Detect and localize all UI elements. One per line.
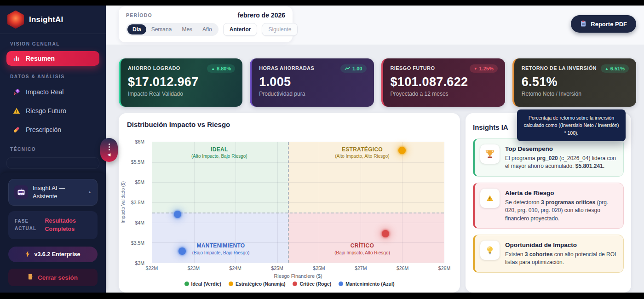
sidebar-header: InsightAI — [0, 6, 106, 34]
report-pdf-label: Reporte PDF — [591, 21, 627, 28]
legend-label: Estratégico (Naramja) — [236, 281, 286, 287]
brand-logo-icon — [7, 11, 24, 29]
scatter-plot: IDEAL(Alto Impacto, Bajo Riesgo)ESTRATÉG… — [152, 142, 444, 263]
next-button[interactable]: Siguiente — [262, 23, 298, 36]
kpi-badge: ▲8.80% — [207, 64, 235, 73]
kpi-label: AHORRO LOGRADO — [128, 64, 180, 71]
y-axis-ticks: $6M$5.5M$5M$3.5M$4M$3.5M$3M — [119, 142, 148, 263]
quadrant-label-estrat-gico: ESTRATÉGICO(Alto Impacto, Alto Riesgo) — [335, 146, 389, 160]
y-tick-label: $4M — [135, 220, 144, 225]
insight-text: Existen 3 cohortes con alto potencial de… — [505, 251, 618, 267]
kpi-label: RIESGO FUTURO — [391, 64, 435, 71]
kpi-badge: ▼1.25% — [470, 64, 498, 73]
previous-button[interactable]: Anterior — [223, 23, 258, 36]
sidebar-bottom-panel: Insight AI — Asistente ▲ FASE ACTUAL Res… — [0, 172, 106, 293]
period-value: febrero de 2026 — [238, 12, 286, 19]
period-card: PERÍODO febrero de 2026 DiaSemanaMesAfio… — [119, 6, 293, 42]
arrow-up-icon: ▲ — [605, 67, 609, 71]
legend-label: Ideal (Verdic) — [191, 281, 221, 287]
insight-card-alerta-de-riesgo: Alerta de RiesgoSe detectoron 3 programa… — [473, 183, 624, 229]
insight-text: El programa prg_020 (c_2026_04) lidera c… — [505, 155, 618, 171]
sidebar-collapse-handle[interactable]: ◀ — [100, 138, 118, 162]
x-tick-label: $27M — [355, 265, 367, 271]
data-point-estrat-gico-naramja[interactable] — [398, 147, 406, 154]
logout-button[interactable]: Cerrar sesión — [8, 269, 98, 286]
kpi-sublabel: Proyectado a 12 meses — [391, 91, 498, 97]
clipboard-icon — [580, 20, 586, 28]
quadrant-name: ESTRATÉGICO — [335, 146, 389, 153]
quadrant-name: MANTENIMIENTO — [192, 242, 250, 249]
arrow-up-icon: ▲ — [211, 67, 215, 71]
insight-title: Alerta de Riesgo — [505, 190, 618, 196]
assistant-label: Insight AI — Asistente — [33, 184, 83, 200]
data-point-mantenimiento-azul[interactable] — [178, 247, 186, 255]
assistant-card[interactable]: Insight AI — Asistente ▲ — [8, 179, 98, 205]
legend-dot-icon — [229, 282, 233, 286]
period-tabs: DiaSemanaMesAfio — [126, 23, 218, 36]
section-label-datos-analisis: DATOS & ANÁLISIS — [10, 74, 96, 79]
version-label: v3.6.2 Enterprise — [34, 251, 80, 258]
app-frame: InsightAI VISION GENERAL Resumen DATOS &… — [0, 6, 644, 293]
arrow-down-icon: ▼ — [474, 67, 477, 71]
door-icon — [28, 274, 33, 281]
data-point-mantenimiento-azul[interactable] — [174, 211, 181, 218]
insight-card-top-desempe-o: Top DesempeñoEl programa prg_020 (c_2026… — [473, 138, 624, 177]
logout-label: Cerrar sesión — [38, 274, 78, 281]
quadrant-subtitle: (Alto Impacto, Alto Riesgo) — [335, 153, 389, 160]
section-label-vision-general: VISION GENERAL — [10, 41, 96, 46]
x-tick-label: $23M — [188, 265, 200, 271]
brand-name: InsightAI — [29, 15, 63, 24]
legend-item-critice-roge: Critice (Roge) — [293, 281, 331, 287]
legend-item-ideal-verdic: Ideal (Verdic) — [184, 281, 221, 287]
y-tick-label: $5.5M — [131, 159, 144, 165]
period-label: PERÍODO — [126, 12, 152, 18]
insight-title: Oportunidad de Impacto — [505, 242, 618, 248]
kpi-badge-value: 6.51% — [610, 66, 625, 71]
fase-card: FASE ACTUAL Resultados Completos — [8, 211, 98, 240]
period-tab-semana[interactable]: Semana — [146, 24, 177, 34]
robot-icon — [14, 185, 28, 199]
x-tick-label: $25M — [313, 265, 325, 271]
chart-legend: Ideal (Verdic)Estratégico (Naramja)Criti… — [119, 281, 460, 287]
period-tab-dia[interactable]: Dia — [127, 24, 146, 34]
kpi-value: $101.087.622 — [391, 75, 498, 89]
x-axis-label: Riesgo Financiere ($) — [152, 273, 444, 279]
pill-icon — [12, 126, 20, 134]
y-tick-label: $3M — [135, 260, 144, 266]
legend-item-estrat-gico-naramja: Estratégico (Naramja) — [229, 281, 286, 287]
sidebar-nav-items: Impacto RealRiesgo FuturoPrescripción — [0, 83, 106, 139]
x-tick-label: $26M — [438, 265, 450, 271]
kpi-card-riesgo-futuro: RIESGO FUTURO▼1.25%$101.087.622Proyectad… — [381, 58, 505, 107]
sidebar-item-prescripci-n[interactable]: Prescripción — [6, 121, 99, 139]
gridline-horizontal — [152, 223, 444, 223]
sidebar-item-impacto-real[interactable]: Impacto Real — [6, 83, 99, 102]
sidebar-item-label: Impacto Real — [26, 88, 63, 96]
kpi-card-ahorro-logrado: AHORRO LOGRADO▲8.80%$17.012.967Impacto R… — [119, 58, 242, 107]
sidebar-item-riesgo-futuro[interactable]: Riesgo Futuro — [6, 102, 99, 121]
fase-label: FASE ACTUAL — [15, 218, 37, 232]
sidebar-item-resumen[interactable]: Resumen — [6, 51, 99, 66]
quadrant-label-cr-tico: CRÍTICO(Bajo Impscto, Alto Riesgo) — [334, 242, 390, 256]
kpi-badge-value: 8.80% — [217, 66, 231, 71]
y-tick-label: $6M — [135, 139, 144, 144]
report-pdf-button[interactable]: Reporte PDF — [571, 15, 636, 33]
kpi-card-horas-ahorradas: HORAS AHORRADAS1.001.005Productividad pu… — [250, 58, 374, 107]
kpi-sublabel: Productividad pura — [259, 91, 366, 97]
legend-dot-icon — [339, 282, 343, 286]
fase-value: Resultados Completos — [45, 217, 92, 234]
insight-text: Se detectoron 3 programas oritices (prg.… — [505, 199, 618, 223]
x-tick-label: $22M — [146, 265, 158, 271]
kpi-label: RETORNO DE LA INVERSIÓN — [522, 64, 597, 71]
kpi-badge: 1.00 — [340, 64, 366, 73]
lightning-icon — [25, 251, 30, 259]
roi-tooltip: Porcentaja de retorno sobre la inversión… — [517, 109, 626, 141]
period-tab-afio[interactable]: Afio — [197, 24, 217, 34]
warning-icon — [480, 189, 500, 208]
data-point-critice-roge[interactable] — [382, 230, 389, 237]
period-tab-mes[interactable]: Mes — [177, 24, 197, 34]
section-label-tecnico: TÉCNICO — [10, 147, 96, 152]
kpi-card-retorno-de-la-inversi-n: RETORNO DE LA INVERSIÓN▲6.51%6.51%Retorn… — [512, 58, 636, 107]
kpi-label: HORAS AHORRADAS — [259, 64, 314, 71]
sidebar-item-label: Riesgo Futuro — [26, 107, 66, 115]
quadrant-name: IDEAL — [191, 146, 247, 153]
